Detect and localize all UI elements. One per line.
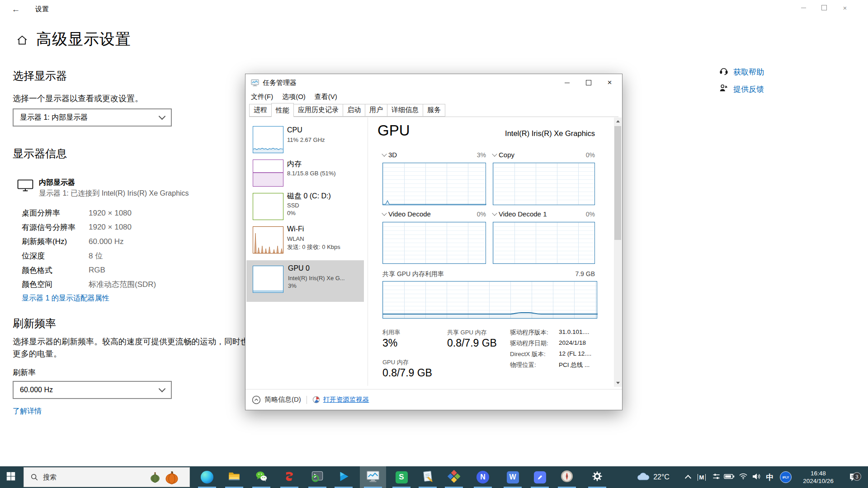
- task-manager-app-icon: [251, 79, 259, 87]
- scroll-down-arrow[interactable]: [614, 379, 622, 387]
- chart-label-video-decode[interactable]: Video Decode: [382, 210, 431, 218]
- display-select-value: 显示器 1: 内部显示器: [20, 113, 88, 122]
- menu-options[interactable]: 选项(O): [278, 91, 310, 103]
- perf-item-memory[interactable]: 内存 8.1/15.8 GB (51%): [245, 157, 364, 190]
- taskbar-app-settings[interactable]: [586, 466, 608, 488]
- tab-app-history[interactable]: 应用历史记录: [293, 104, 343, 117]
- display-select-dropdown[interactable]: 显示器 1: 内部显示器: [13, 108, 172, 127]
- tab-users[interactable]: 用户: [365, 104, 387, 117]
- tm-close-button[interactable]: ×: [599, 74, 620, 91]
- taskbar-app-file-explorer[interactable]: [223, 466, 245, 488]
- taskbar-app-edge[interactable]: [196, 466, 218, 488]
- back-button[interactable]: ←: [6, 3, 25, 16]
- adapter-properties-link[interactable]: 显示器 1 的显示适配器属性: [22, 294, 109, 303]
- taskbar-app-wechat[interactable]: [250, 466, 272, 488]
- tray-show-hidden-icons[interactable]: [682, 466, 694, 488]
- get-help-row[interactable]: 获取帮助: [719, 66, 764, 78]
- tray-m-indicator[interactable]: M: [695, 466, 708, 488]
- triangle-down-icon: [616, 382, 620, 384]
- tab-startup[interactable]: 启动: [343, 104, 365, 117]
- scrollbar[interactable]: [614, 117, 622, 387]
- table-row: 有源信号分辨率1920 × 1080: [22, 221, 156, 235]
- taskbar-app-green-s[interactable]: S: [391, 466, 412, 488]
- scrollbar-thumb[interactable]: [614, 126, 621, 240]
- chart-label-video-decode-1[interactable]: Video Decode 1: [493, 210, 547, 218]
- scroll-up-arrow[interactable]: [614, 117, 622, 125]
- util-label: 利用率: [382, 328, 400, 337]
- taskbar-app-compass[interactable]: [556, 466, 578, 488]
- running-indicator: [280, 487, 298, 488]
- settings-close-button[interactable]: ×: [835, 0, 855, 15]
- taskbar-app-wps[interactable]: [443, 466, 465, 488]
- tray-speaker[interactable]: [750, 466, 763, 488]
- menu-view[interactable]: 查看(V): [310, 91, 342, 103]
- refresh-rate-dropdown[interactable]: 60.000 Hz: [13, 381, 172, 399]
- tm-minimize-button[interactable]: [557, 74, 578, 91]
- collapse-circle-icon[interactable]: [252, 395, 261, 404]
- tray-ifly[interactable]: iFLY: [778, 466, 793, 488]
- perf-item-disk[interactable]: 磁盘 0 (C: D:) SSD 0%: [245, 191, 364, 223]
- menu-file[interactable]: 文件(F): [246, 91, 278, 103]
- tab-processes[interactable]: 进程: [249, 104, 272, 117]
- chart-value-video-decode: 0%: [441, 211, 486, 218]
- notepad-icon: [421, 470, 434, 484]
- tray-battery[interactable]: [722, 466, 736, 488]
- taskbar-app-word[interactable]: W: [502, 466, 524, 488]
- cpu-title: CPU: [287, 126, 302, 134]
- taskbar-app-notepad[interactable]: [417, 466, 439, 488]
- chart-label-3d[interactable]: 3D: [382, 151, 397, 159]
- page-title: 高级显示设置: [36, 29, 131, 50]
- display-info-table: 桌面分辨率1920 × 1080 有源信号分辨率1920 × 1080 刷新频率…: [22, 206, 156, 292]
- tray-ime-indicator[interactable]: 中: [763, 466, 777, 488]
- taskbar: 搜索: [0, 466, 868, 488]
- taskbar-app-pen[interactable]: [529, 466, 551, 488]
- search-input[interactable]: 搜索: [24, 467, 190, 487]
- weather-widget[interactable]: 22°C: [628, 466, 677, 488]
- taskbar-app-n-circle[interactable]: N: [472, 466, 494, 488]
- fewer-details-toggle[interactable]: 简略信息(D): [264, 395, 301, 404]
- tab-performance[interactable]: 性能: [271, 103, 294, 117]
- driver-row-label: 物理位置:: [510, 361, 559, 372]
- perf-item-cpu[interactable]: CPU 11% 2.67 GHz: [245, 124, 364, 156]
- panel-divider: [368, 117, 368, 386]
- start-button[interactable]: [0, 466, 22, 488]
- tm-maximize-button[interactable]: [578, 74, 599, 91]
- gpu-video-decode-1-chart: [493, 222, 595, 264]
- shared-mem-label: 共享 GPU 内存: [447, 328, 486, 337]
- taskbar-app-media-player[interactable]: [333, 466, 354, 488]
- pumpkin-icon-orange[interactable]: [164, 469, 179, 485]
- shared-memory-chart: [382, 281, 597, 319]
- close-icon: ×: [608, 78, 612, 87]
- wechat-icon: [255, 470, 268, 484]
- running-indicator: [531, 487, 549, 488]
- maximize-icon: [821, 5, 827, 10]
- taskbar-app-task-manager[interactable]: [360, 466, 386, 488]
- learn-more-link[interactable]: 了解详情: [13, 407, 42, 416]
- tab-services[interactable]: 服务: [423, 104, 445, 117]
- settings-minimize-button[interactable]: [793, 0, 814, 15]
- gpu-mini-chart: [253, 266, 283, 293]
- task-manager-titlebar[interactable]: 任务管理器 ×: [245, 74, 622, 91]
- home-icon: [16, 34, 28, 46]
- tab-details[interactable]: 详细信息: [387, 104, 423, 117]
- open-resource-monitor-link[interactable]: 打开资源监视器: [323, 395, 369, 404]
- running-indicator: [558, 487, 576, 488]
- perf-item-gpu[interactable]: GPU 0 Intel(R) Iris(R) Xe G... 3%: [246, 260, 364, 302]
- get-help-link: 获取帮助: [733, 67, 764, 77]
- running-indicator: [252, 487, 270, 488]
- pumpkin-icon-green[interactable]: [149, 471, 161, 483]
- perf-item-wifi[interactable]: Wi-Fi WLAN 发送: 0 接收: 0 Kbps: [245, 224, 364, 257]
- taskbar-app-terminal[interactable]: [307, 466, 328, 488]
- tray-clock[interactable]: 16:48 2024/10/26: [795, 466, 842, 488]
- feedback-row[interactable]: 提供反馈: [719, 83, 764, 95]
- gpu-mem-value: 0.8/7.9 GB: [382, 367, 432, 379]
- tray-mixer[interactable]: [710, 466, 722, 488]
- disk-usage: 0%: [287, 210, 296, 216]
- feedback-icon: [719, 83, 729, 95]
- taskbar-app-red[interactable]: [278, 466, 300, 488]
- tray-wifi[interactable]: [737, 466, 750, 488]
- gpu-video-decode-chart: [382, 222, 486, 264]
- chart-label-copy[interactable]: Copy: [493, 151, 514, 159]
- settings-maximize-button[interactable]: [814, 0, 835, 15]
- notification-center-button[interactable]: 3: [844, 466, 864, 488]
